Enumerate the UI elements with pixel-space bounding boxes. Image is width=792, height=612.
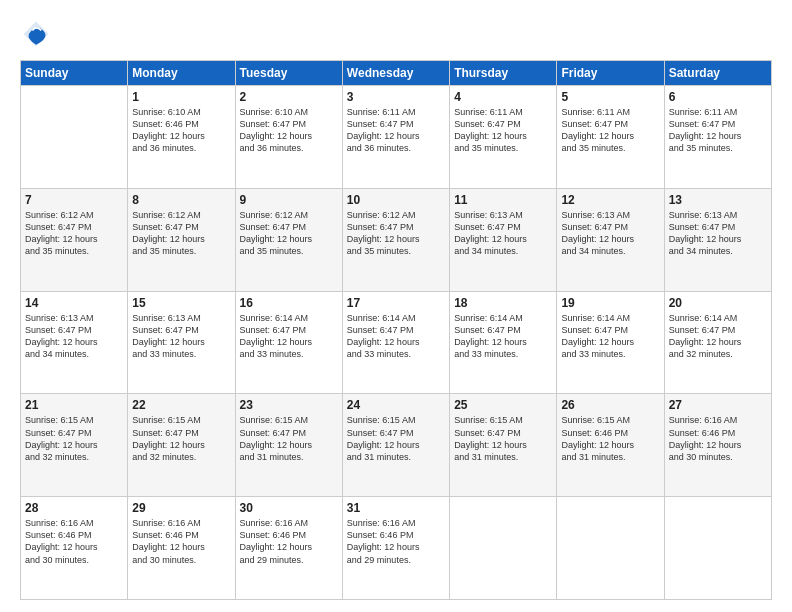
week-row-5: 28Sunrise: 6:16 AM Sunset: 6:46 PM Dayli… [21,497,772,600]
week-row-3: 14Sunrise: 6:13 AM Sunset: 6:47 PM Dayli… [21,291,772,394]
calendar-cell: 5Sunrise: 6:11 AM Sunset: 6:47 PM Daylig… [557,86,664,189]
cell-info: Sunrise: 6:12 AM Sunset: 6:47 PM Dayligh… [240,209,338,258]
calendar-cell: 28Sunrise: 6:16 AM Sunset: 6:46 PM Dayli… [21,497,128,600]
day-number: 1 [132,90,230,104]
calendar-cell: 11Sunrise: 6:13 AM Sunset: 6:47 PM Dayli… [450,188,557,291]
day-number: 8 [132,193,230,207]
calendar-cell: 24Sunrise: 6:15 AM Sunset: 6:47 PM Dayli… [342,394,449,497]
weekday-header-monday: Monday [128,61,235,86]
cell-info: Sunrise: 6:14 AM Sunset: 6:47 PM Dayligh… [561,312,659,361]
day-number: 6 [669,90,767,104]
calendar-cell: 6Sunrise: 6:11 AM Sunset: 6:47 PM Daylig… [664,86,771,189]
day-number: 21 [25,398,123,412]
calendar-cell [557,497,664,600]
calendar-page: SundayMondayTuesdayWednesdayThursdayFrid… [0,0,792,612]
weekday-header-friday: Friday [557,61,664,86]
cell-info: Sunrise: 6:15 AM Sunset: 6:47 PM Dayligh… [454,414,552,463]
cell-info: Sunrise: 6:12 AM Sunset: 6:47 PM Dayligh… [25,209,123,258]
logo [20,18,56,50]
week-row-1: 1Sunrise: 6:10 AM Sunset: 6:46 PM Daylig… [21,86,772,189]
calendar-cell: 8Sunrise: 6:12 AM Sunset: 6:47 PM Daylig… [128,188,235,291]
cell-info: Sunrise: 6:16 AM Sunset: 6:46 PM Dayligh… [669,414,767,463]
day-number: 16 [240,296,338,310]
calendar-cell: 20Sunrise: 6:14 AM Sunset: 6:47 PM Dayli… [664,291,771,394]
calendar-cell: 21Sunrise: 6:15 AM Sunset: 6:47 PM Dayli… [21,394,128,497]
day-number: 31 [347,501,445,515]
day-number: 30 [240,501,338,515]
page-header [20,18,772,50]
cell-info: Sunrise: 6:12 AM Sunset: 6:47 PM Dayligh… [347,209,445,258]
calendar-cell: 13Sunrise: 6:13 AM Sunset: 6:47 PM Dayli… [664,188,771,291]
day-number: 26 [561,398,659,412]
cell-info: Sunrise: 6:15 AM Sunset: 6:46 PM Dayligh… [561,414,659,463]
logo-icon [20,18,52,50]
day-number: 17 [347,296,445,310]
day-number: 27 [669,398,767,412]
cell-info: Sunrise: 6:13 AM Sunset: 6:47 PM Dayligh… [25,312,123,361]
calendar-cell: 17Sunrise: 6:14 AM Sunset: 6:47 PM Dayli… [342,291,449,394]
day-number: 14 [25,296,123,310]
cell-info: Sunrise: 6:14 AM Sunset: 6:47 PM Dayligh… [240,312,338,361]
calendar-cell: 31Sunrise: 6:16 AM Sunset: 6:46 PM Dayli… [342,497,449,600]
weekday-header-wednesday: Wednesday [342,61,449,86]
day-number: 7 [25,193,123,207]
day-number: 12 [561,193,659,207]
weekday-header-tuesday: Tuesday [235,61,342,86]
weekday-header-thursday: Thursday [450,61,557,86]
calendar-cell [664,497,771,600]
cell-info: Sunrise: 6:11 AM Sunset: 6:47 PM Dayligh… [669,106,767,155]
cell-info: Sunrise: 6:10 AM Sunset: 6:47 PM Dayligh… [240,106,338,155]
cell-info: Sunrise: 6:16 AM Sunset: 6:46 PM Dayligh… [347,517,445,566]
cell-info: Sunrise: 6:13 AM Sunset: 6:47 PM Dayligh… [561,209,659,258]
calendar-cell [21,86,128,189]
calendar-cell: 22Sunrise: 6:15 AM Sunset: 6:47 PM Dayli… [128,394,235,497]
cell-info: Sunrise: 6:12 AM Sunset: 6:47 PM Dayligh… [132,209,230,258]
calendar-cell: 7Sunrise: 6:12 AM Sunset: 6:47 PM Daylig… [21,188,128,291]
calendar-cell: 15Sunrise: 6:13 AM Sunset: 6:47 PM Dayli… [128,291,235,394]
weekday-header-saturday: Saturday [664,61,771,86]
cell-info: Sunrise: 6:14 AM Sunset: 6:47 PM Dayligh… [454,312,552,361]
day-number: 4 [454,90,552,104]
day-number: 3 [347,90,445,104]
calendar-table: SundayMondayTuesdayWednesdayThursdayFrid… [20,60,772,600]
day-number: 13 [669,193,767,207]
day-number: 20 [669,296,767,310]
calendar-cell: 3Sunrise: 6:11 AM Sunset: 6:47 PM Daylig… [342,86,449,189]
cell-info: Sunrise: 6:13 AM Sunset: 6:47 PM Dayligh… [669,209,767,258]
cell-info: Sunrise: 6:11 AM Sunset: 6:47 PM Dayligh… [561,106,659,155]
cell-info: Sunrise: 6:15 AM Sunset: 6:47 PM Dayligh… [25,414,123,463]
day-number: 23 [240,398,338,412]
day-number: 10 [347,193,445,207]
calendar-cell [450,497,557,600]
cell-info: Sunrise: 6:16 AM Sunset: 6:46 PM Dayligh… [240,517,338,566]
day-number: 19 [561,296,659,310]
calendar-cell: 10Sunrise: 6:12 AM Sunset: 6:47 PM Dayli… [342,188,449,291]
calendar-cell: 23Sunrise: 6:15 AM Sunset: 6:47 PM Dayli… [235,394,342,497]
day-number: 22 [132,398,230,412]
calendar-cell: 14Sunrise: 6:13 AM Sunset: 6:47 PM Dayli… [21,291,128,394]
day-number: 28 [25,501,123,515]
day-number: 11 [454,193,552,207]
day-number: 25 [454,398,552,412]
day-number: 9 [240,193,338,207]
calendar-cell: 9Sunrise: 6:12 AM Sunset: 6:47 PM Daylig… [235,188,342,291]
calendar-cell: 29Sunrise: 6:16 AM Sunset: 6:46 PM Dayli… [128,497,235,600]
calendar-cell: 12Sunrise: 6:13 AM Sunset: 6:47 PM Dayli… [557,188,664,291]
cell-info: Sunrise: 6:16 AM Sunset: 6:46 PM Dayligh… [25,517,123,566]
cell-info: Sunrise: 6:11 AM Sunset: 6:47 PM Dayligh… [454,106,552,155]
cell-info: Sunrise: 6:13 AM Sunset: 6:47 PM Dayligh… [132,312,230,361]
calendar-cell: 25Sunrise: 6:15 AM Sunset: 6:47 PM Dayli… [450,394,557,497]
calendar-cell: 19Sunrise: 6:14 AM Sunset: 6:47 PM Dayli… [557,291,664,394]
cell-info: Sunrise: 6:13 AM Sunset: 6:47 PM Dayligh… [454,209,552,258]
calendar-cell: 1Sunrise: 6:10 AM Sunset: 6:46 PM Daylig… [128,86,235,189]
cell-info: Sunrise: 6:10 AM Sunset: 6:46 PM Dayligh… [132,106,230,155]
calendar-cell: 27Sunrise: 6:16 AM Sunset: 6:46 PM Dayli… [664,394,771,497]
day-number: 18 [454,296,552,310]
cell-info: Sunrise: 6:15 AM Sunset: 6:47 PM Dayligh… [132,414,230,463]
cell-info: Sunrise: 6:14 AM Sunset: 6:47 PM Dayligh… [669,312,767,361]
calendar-cell: 26Sunrise: 6:15 AM Sunset: 6:46 PM Dayli… [557,394,664,497]
cell-info: Sunrise: 6:11 AM Sunset: 6:47 PM Dayligh… [347,106,445,155]
weekday-header-sunday: Sunday [21,61,128,86]
day-number: 5 [561,90,659,104]
cell-info: Sunrise: 6:14 AM Sunset: 6:47 PM Dayligh… [347,312,445,361]
